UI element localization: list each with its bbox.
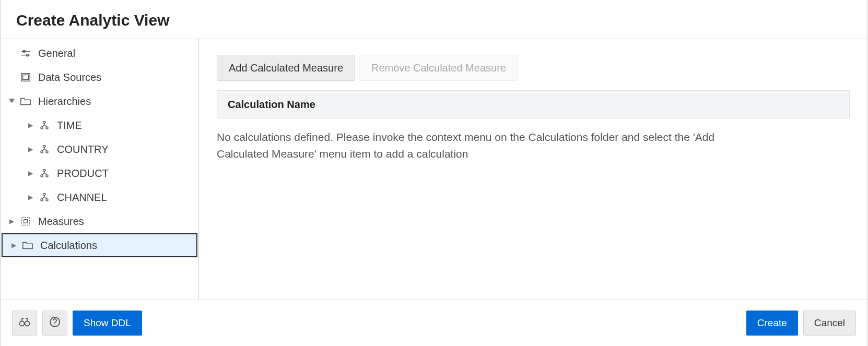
svg-rect-20 — [24, 220, 28, 223]
svg-point-8 — [41, 127, 43, 129]
remove-calculated-measure-button: Remove Calculated Measure — [359, 55, 518, 81]
table-column-header: Calculation Name — [217, 90, 850, 118]
chevron-right-icon: ▶ — [26, 194, 35, 201]
sidebar-item-label: COUNTRY — [57, 144, 109, 156]
svg-point-17 — [41, 199, 43, 201]
hierarchy-icon — [37, 120, 52, 130]
svg-point-15 — [46, 175, 48, 177]
svg-point-10 — [43, 145, 45, 147]
sidebar-item-general[interactable]: ▶ General — [1, 41, 198, 65]
chevron-right-icon: ▶ — [9, 242, 18, 249]
sidebar-item-hierarchy-time[interactable]: ▶ TIME — [1, 113, 198, 137]
chevron-right-icon: ▶ — [7, 218, 16, 225]
cancel-button[interactable]: Cancel — [803, 311, 856, 336]
chevron-right-icon: ▶ — [26, 170, 35, 177]
create-button[interactable]: Create — [746, 311, 798, 336]
sidebar-item-label: TIME — [57, 120, 82, 132]
folder-icon — [18, 96, 33, 106]
empty-state-text: No calculations defined. Please invoke t… — [217, 129, 765, 162]
folder-icon — [20, 240, 35, 250]
svg-point-22 — [25, 321, 30, 326]
measures-icon — [18, 216, 33, 226]
sidebar-item-measures[interactable]: ▶ Measures — [1, 209, 198, 233]
sidebar-item-hierarchy-country[interactable]: ▶ COUNTRY — [1, 137, 198, 161]
hierarchy-icon — [37, 144, 52, 154]
main-panel: Add Calculated Measure Remove Calculated… — [199, 39, 867, 300]
sidebar: ▶ General ▶ Data Sources Hierarchies — [1, 39, 199, 300]
hierarchy-icon — [37, 168, 52, 178]
sidebar-item-calculations[interactable]: ▶ Calculations — [2, 233, 197, 257]
sidebar-item-hierarchy-channel[interactable]: ▶ CHANNEL — [1, 185, 198, 209]
sidebar-item-hierarchies[interactable]: Hierarchies — [1, 89, 198, 113]
svg-marker-6 — [9, 99, 15, 103]
sidebar-item-hierarchy-product[interactable]: ▶ PRODUCT — [1, 161, 198, 185]
hierarchy-icon — [37, 192, 52, 202]
svg-point-24 — [54, 325, 55, 326]
chevron-right-icon: ▶ — [26, 122, 35, 129]
svg-rect-5 — [23, 75, 29, 79]
sidebar-item-label: PRODUCT — [57, 168, 109, 180]
sidebar-item-data-sources[interactable]: ▶ Data Sources — [1, 65, 198, 89]
svg-point-7 — [43, 121, 45, 123]
help-button[interactable] — [42, 311, 67, 336]
search-button[interactable] — [12, 311, 37, 336]
svg-point-13 — [43, 169, 45, 171]
footer: Show DDL Create Cancel — [1, 300, 867, 346]
svg-point-14 — [41, 175, 43, 177]
add-calculated-measure-button[interactable]: Add Calculated Measure — [217, 55, 355, 81]
sidebar-item-label: Measures — [38, 216, 84, 228]
svg-point-16 — [43, 193, 45, 195]
sidebar-item-label: Data Sources — [38, 71, 101, 83]
chevron-right-icon: ▶ — [26, 146, 35, 153]
sidebar-item-label: CHANNEL — [57, 192, 107, 204]
page-title: Create Analytic View — [1, 0, 867, 39]
svg-rect-19 — [22, 218, 30, 225]
sidebar-item-label: Hierarchies — [38, 96, 91, 108]
chevron-down-icon — [7, 99, 16, 104]
sidebar-item-label: Calculations — [40, 240, 97, 252]
sliders-icon — [18, 47, 33, 59]
svg-point-21 — [20, 321, 25, 326]
show-ddl-button[interactable]: Show DDL — [73, 311, 142, 336]
svg-point-12 — [46, 151, 48, 153]
binoculars-icon — [18, 316, 31, 330]
toolbar: Add Calculated Measure Remove Calculated… — [217, 55, 850, 81]
svg-point-9 — [46, 127, 48, 129]
svg-point-18 — [46, 199, 48, 201]
svg-point-11 — [41, 151, 43, 153]
help-icon — [49, 316, 61, 330]
sidebar-item-label: General — [38, 47, 75, 59]
data-source-icon — [18, 71, 33, 83]
